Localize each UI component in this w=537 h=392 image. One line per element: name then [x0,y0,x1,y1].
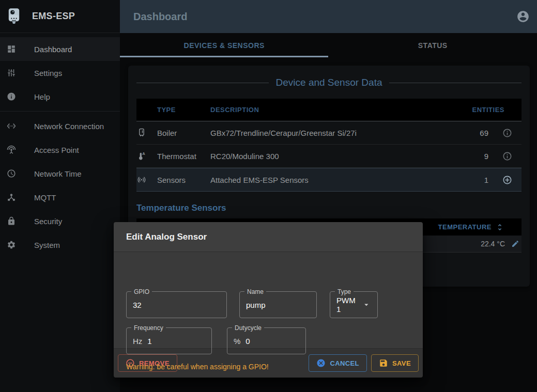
sidebar-item-settings[interactable]: Settings [0,61,120,85]
info-icon[interactable] [502,151,512,161]
sidebar-item-system[interactable]: System [0,233,120,257]
device-entities-count: 9 [431,152,493,161]
gpio-field-value[interactable]: 32 [133,301,142,309]
sidebar-nav: Dashboard Settings Help Network Connecti… [0,37,120,257]
dutycycle-unit-prefix: % [234,337,240,346]
device-description: GBx72/Trendline/Cerapur/Greenstar Si/27i [210,129,431,137]
dutycycle-field[interactable]: Dutycycle % 0 [227,327,306,354]
device-description: RC20/Moduline 300 [210,152,431,161]
table-row-boiler[interactable]: Boiler GBx72/Trendline/Cerapur/Greenstar… [136,121,521,145]
sidebar-item-label: Security [34,217,62,226]
sidebar-divider [0,111,120,112]
tab-bar: DEVICES & SENSORS STATUS [120,33,537,58]
sidebar-item-label: Network Connection [34,122,104,131]
boiler-logo-icon [7,8,21,25]
name-field-value[interactable]: pump [246,301,266,309]
divider-line [389,83,521,83]
name-field-label: Name [244,288,266,296]
sidebar-item-label: Settings [34,69,62,77]
device-type: Sensors [157,176,210,184]
dropdown-arrow-icon[interactable] [362,299,371,310]
sidebar-item-label: System [34,241,60,249]
type-column-header: TYPE [157,106,210,114]
gpio-field-label: GPIO [131,288,152,296]
top-app-bar: Dashboard [120,0,537,33]
app-title: EMS-ESP [32,11,75,22]
table-row-thermostat[interactable]: A Thermostat RC20/Moduline 300 9 [136,145,521,168]
gpio-field[interactable]: GPIO 32 [126,291,227,318]
access-point-antenna-icon [7,145,16,154]
sort-unfold-icon[interactable] [496,223,504,231]
sidebar-item-label: Access Point [34,146,79,154]
section-divider-title: Device and Sensor Data [136,77,521,88]
svg-text:A: A [142,151,145,156]
ems-esp-app: EMS-ESP Dashboard Settings Help Network … [0,0,537,392]
device-type: Thermostat [157,152,210,161]
description-column-header: DESCRIPTION [210,106,431,114]
sensors-icon [136,175,147,185]
page-title: Dashboard [133,0,187,33]
name-field[interactable]: Name pump [239,291,317,318]
device-entities-count: 1 [431,176,493,184]
boiler-icon [136,128,147,138]
device-description: Attached EMS-ESP Sensors [210,176,431,184]
cancel-circle-icon [316,358,326,368]
entities-column-header: ENTITIES [431,106,521,114]
cancel-button[interactable]: CANCEL [309,354,367,372]
sidebar-item-dashboard[interactable]: Dashboard [0,37,120,61]
frequency-unit-prefix: Hz [133,337,142,346]
sidebar-item-mqtt[interactable]: MQTT [0,185,120,209]
temperature-sensors-heading: Temperature Sensors [136,203,226,213]
sidebar-item-help[interactable]: Help [0,85,120,108]
sidebar: EMS-ESP Dashboard Settings Help Network … [0,0,120,392]
device-type: Boiler [157,129,210,137]
sidebar-item-access-point[interactable]: Access Point [0,138,120,162]
dashboard-icon [7,44,16,54]
device-table-header: TYPE DESCRIPTION ENTITIES [136,99,521,121]
save-button[interactable]: SAVE [371,354,419,372]
sidebar-item-network-connection[interactable]: Network Connection [0,114,120,138]
device-hub-icon [7,193,16,202]
info-icon[interactable] [502,128,512,138]
device-entities-count: 69 [431,129,493,137]
type-select[interactable]: Type PWM 1 [330,291,378,318]
tab-status[interactable]: STATUS [329,33,537,58]
save-floppy-icon [379,358,388,368]
temperature-value: 22.4 °C [481,240,505,248]
add-circle-icon[interactable] [502,175,512,185]
sidebar-item-label: Network Time [34,169,82,178]
dutycycle-field-value[interactable]: 0 [246,337,250,346]
divider-line [136,83,269,83]
type-select-label: Type [335,288,354,296]
device-table: TYPE DESCRIPTION ENTITIES Boiler GBx72/T… [136,99,521,192]
save-button-label: SAVE [392,359,411,367]
gpio-warning-text: Warning: be careful when assigning a GPI… [126,363,269,371]
dialog-body: GPIO 32 Name pump Type PWM 1 Frequency H… [114,252,423,348]
type-select-value: PWM 1 [336,296,357,313]
account-icon[interactable] [516,10,530,23]
edit-pencil-icon[interactable] [511,240,519,248]
gear-icon [7,240,16,249]
sidebar-item-network-time[interactable]: Network Time [0,162,120,185]
edit-analog-sensor-dialog: Edit Analog Sensor GPIO 32 Name pump Typ… [114,222,423,378]
sidebar-item-label: Dashboard [34,45,72,54]
tab-devices-sensors[interactable]: DEVICES & SENSORS [120,33,329,58]
help-info-icon [7,92,16,101]
frequency-field-label: Frequency [131,324,166,332]
tab-indicator [120,56,328,57]
network-connection-icon [7,121,16,131]
frequency-field[interactable]: Frequency Hz 1 [126,327,212,354]
frequency-field-value[interactable]: 1 [147,337,151,346]
sidebar-item-label: MQTT [34,193,56,202]
settings-tune-icon [7,68,16,77]
sidebar-item-security[interactable]: Security [0,209,120,233]
sidebar-item-label: Help [34,92,50,101]
thermostat-auto-icon: A [136,151,147,161]
dialog-title: Edit Analog Sensor [114,222,423,252]
dutycycle-field-label: Dutycycle [232,324,264,332]
cancel-button-label: CANCEL [330,359,359,367]
table-row-sensors[interactable]: Sensors Attached EMS-ESP Sensors 1 [136,168,521,192]
temperature-column-header[interactable]: TEMPERATURE [438,223,492,231]
section-title: Device and Sensor Data [276,77,382,88]
clock-icon [7,169,16,178]
